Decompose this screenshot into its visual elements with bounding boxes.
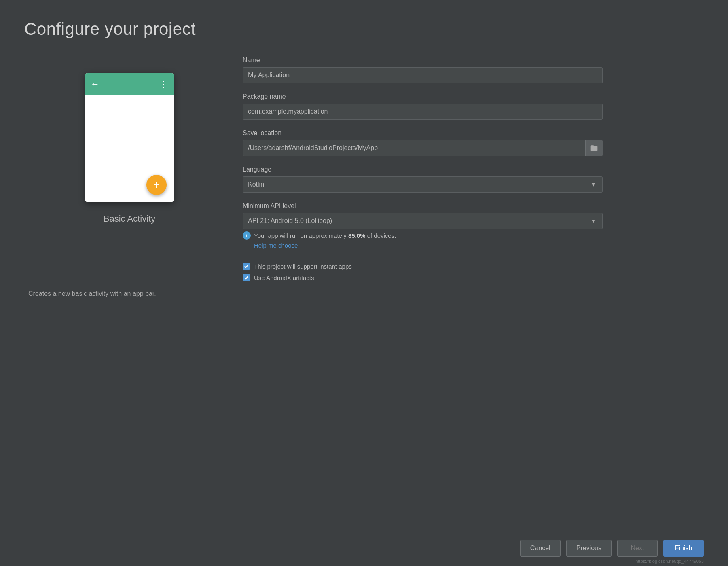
androidx-label: Use AndroidX artifacts (254, 274, 314, 281)
activity-description: Creates a new basic activity with an app… (24, 289, 235, 299)
language-dropdown-arrow: ▼ (589, 180, 597, 189)
api-info-percentage: 85.0% (348, 232, 366, 239)
browse-folder-button[interactable] (585, 140, 602, 156)
left-panel: ← ⋮ + Basic Activity Creates a new basic… (24, 73, 235, 299)
right-panel: Name Package name Save location /Users/a… (243, 57, 688, 285)
save-location-input-container: /Users/adarshf/AndroidStudioProjects/MyA… (243, 140, 603, 156)
min-api-value: API 21: Android 5.0 (Lollipop) (248, 217, 332, 225)
instant-apps-checkbox-row[interactable]: This project will support instant apps (243, 263, 688, 270)
bottom-action-bar: Cancel Previous Next Finish (0, 530, 728, 566)
language-field-group: Language Kotlin ▼ (243, 166, 688, 193)
previous-button[interactable]: Previous (566, 540, 612, 557)
folder-icon (590, 144, 598, 152)
api-info-row: i Your app will run on approximately 85.… (243, 231, 688, 240)
language-label: Language (243, 166, 688, 173)
package-label: Package name (243, 93, 688, 100)
page-title: Configure your project (24, 19, 196, 39)
cancel-button[interactable]: Cancel (520, 540, 561, 557)
back-icon: ← (91, 79, 99, 89)
androidx-checkbox[interactable] (243, 274, 250, 281)
info-icon: i (243, 231, 251, 240)
name-field-group: Name (243, 57, 688, 83)
checkmark-icon-2 (244, 275, 249, 280)
menu-icon: ⋮ (159, 79, 168, 89)
name-label: Name (243, 57, 688, 64)
instant-apps-checkbox[interactable] (243, 263, 250, 270)
phone-content: + (85, 95, 174, 202)
watermark: https://blog.csdn.net/qq_44749053 (635, 559, 704, 564)
checkmark-icon (244, 264, 249, 269)
api-info-pre: Your app will run on approximately (254, 232, 348, 239)
language-select[interactable]: Kotlin ▼ (243, 176, 603, 193)
instant-apps-label: This project will support instant apps (254, 263, 352, 270)
package-input[interactable] (243, 104, 603, 120)
api-info-section: i Your app will run on approximately 85.… (243, 231, 688, 249)
phone-toolbar: ← ⋮ (85, 73, 174, 95)
min-api-select[interactable]: API 21: Android 5.0 (Lollipop) ▼ (243, 213, 603, 229)
min-api-dropdown-arrow: ▼ (589, 217, 597, 225)
help-me-choose-link[interactable]: Help me choose (254, 242, 688, 249)
package-field-group: Package name (243, 93, 688, 120)
save-location-value: /Users/adarshf/AndroidStudioProjects/MyA… (243, 144, 383, 152)
language-value: Kotlin (248, 181, 264, 188)
androidx-checkbox-row[interactable]: Use AndroidX artifacts (243, 274, 688, 281)
activity-name: Basic Activity (104, 214, 155, 224)
phone-preview: ← ⋮ + (85, 73, 174, 202)
save-location-field-group: Save location /Users/adarshf/AndroidStud… (243, 129, 688, 156)
finish-button[interactable]: Finish (663, 540, 704, 557)
api-info-text: Your app will run on approximately 85.0%… (254, 232, 396, 239)
api-info-post: of devices. (365, 232, 396, 239)
next-button[interactable]: Next (617, 540, 658, 557)
min-api-label: Minimum API level (243, 202, 688, 210)
save-location-label: Save location (243, 129, 688, 137)
name-input[interactable] (243, 67, 603, 83)
fab-button: + (146, 175, 167, 195)
min-api-field-group: Minimum API level API 21: Android 5.0 (L… (243, 202, 688, 253)
